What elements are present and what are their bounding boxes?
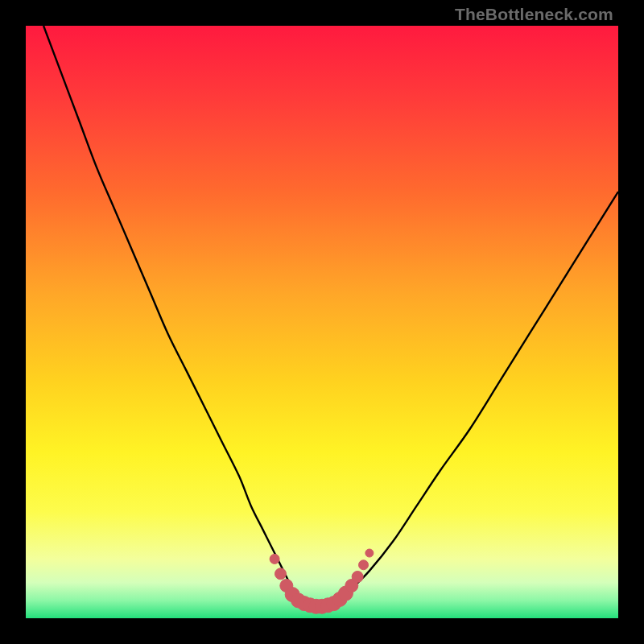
chart-frame [26, 26, 618, 618]
marker-dot [270, 554, 279, 564]
plot-background [26, 26, 618, 618]
marker-dot [359, 560, 369, 570]
marker-dot [275, 568, 286, 580]
marker-dot [352, 571, 363, 582]
chart-svg [26, 26, 618, 618]
marker-dot [365, 549, 374, 557]
watermark-text: TheBottleneck.com [455, 5, 613, 24]
